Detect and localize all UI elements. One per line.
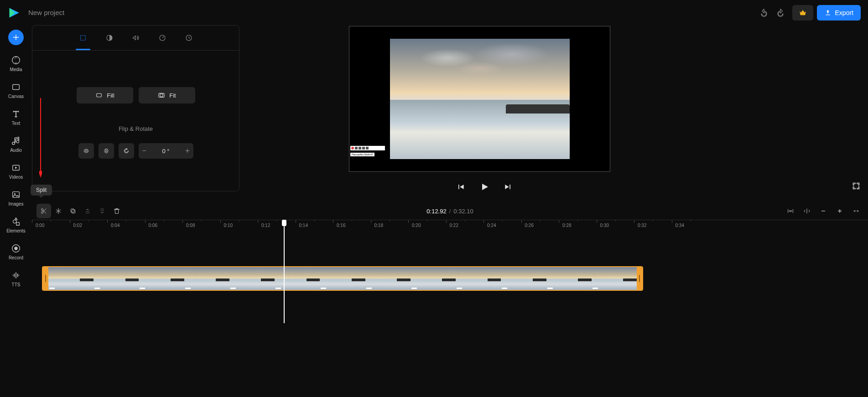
clip-thumbnail (94, 267, 139, 290)
ruler-tick: 0:20 (408, 220, 446, 231)
clip-thumbnail (48, 267, 94, 290)
fit-timeline-button[interactable] (783, 204, 798, 218)
zoom-out-button[interactable] (816, 204, 831, 218)
collapse-button[interactable] (849, 204, 863, 218)
ruler-tick: 0:28 (559, 220, 597, 231)
premium-button[interactable] (792, 5, 813, 21)
ruler-tick: 0:14 (296, 220, 333, 231)
freeze-tool[interactable] (51, 204, 66, 218)
angle-input[interactable]: − 0 ° + (139, 143, 193, 159)
top-bar: New project Export (0, 0, 868, 25)
layer-up-tool (80, 204, 95, 218)
next-button[interactable] (504, 182, 513, 191)
sidebar-item-media[interactable]: Media (10, 55, 22, 72)
tab-transform[interactable] (78, 33, 88, 42)
clip-thumbnail (592, 267, 637, 290)
ruler-tick: 0:24 (483, 220, 521, 231)
split-tool[interactable] (36, 204, 51, 218)
sidebar-item-audio[interactable]: Audio (10, 136, 22, 153)
total-time: 0:32.10 (453, 208, 473, 215)
layer-down-tool (95, 204, 109, 218)
fit-label: Fit (169, 92, 176, 99)
ruler-tick: 0:26 (521, 220, 559, 231)
sidebar-label: TTS (12, 282, 21, 287)
split-tooltip: Split (31, 185, 52, 196)
time-display: 0:12.92 / 0:32.10 (426, 208, 473, 215)
sidebar-label: Media (10, 67, 22, 72)
fill-label: Fill (107, 92, 114, 99)
current-time: 0:12.92 (426, 208, 446, 215)
ruler-tick: 0:04 (107, 220, 145, 231)
sidebar-item-elements[interactable]: Elements (6, 217, 26, 233)
video-clip[interactable] (42, 266, 643, 291)
tab-time[interactable] (184, 33, 193, 42)
video-preview[interactable] (349, 26, 610, 172)
sidebar-label: Images (9, 201, 24, 206)
svg-point-6 (14, 247, 17, 250)
clip-thumbnail (365, 267, 411, 290)
sidebar-item-record[interactable]: Record (9, 243, 23, 260)
timeline-toolbar: 0:12.92 / 0:32.10 (32, 202, 868, 220)
recorder-hint: PauseAlt+Shift+P (350, 153, 374, 156)
tab-audio[interactable] (131, 33, 140, 42)
ruler-tick: 0:18 (371, 220, 409, 231)
duplicate-tool[interactable] (66, 204, 80, 218)
playhead[interactable] (284, 221, 285, 323)
clip-thumbnail (546, 267, 592, 290)
sidebar-item-canvas[interactable]: Canvas (8, 82, 24, 99)
sidebar-label: Videos (9, 175, 23, 180)
ruler-tick: 0:12 (258, 220, 296, 231)
zoom-in-button[interactable] (832, 204, 847, 218)
flip-vertical-button[interactable] (99, 143, 114, 159)
sidebar-item-text[interactable]: Text (11, 109, 21, 126)
export-button[interactable]: Export (817, 5, 861, 21)
angle-increase[interactable]: + (185, 147, 189, 155)
time-separator: / (449, 208, 451, 215)
svg-rect-17 (72, 210, 75, 213)
clip-thumbnails (48, 267, 637, 290)
playback-controls (456, 181, 513, 192)
angle-decrease[interactable]: − (142, 147, 146, 155)
ruler-tick: 0:00 (32, 220, 70, 231)
undo-button[interactable] (756, 5, 772, 21)
preview-frame (390, 39, 570, 159)
sidebar-item-images[interactable]: Images (9, 190, 24, 206)
prev-button[interactable] (456, 182, 465, 191)
clip-handle-left[interactable] (43, 267, 48, 290)
properties-panel: Fill Fit Flip & Rotate − 0 ° + (32, 25, 239, 191)
clip-thumbnail (456, 267, 501, 290)
redo-button[interactable] (772, 5, 789, 21)
svg-rect-13 (160, 94, 163, 97)
clip-handle-right[interactable] (637, 267, 642, 290)
svg-rect-3 (13, 192, 20, 198)
timeline-ruler[interactable]: 0:000:020:040:060:080:100:120:140:160:18… (32, 220, 868, 231)
ruler-tick: 0:22 (446, 220, 484, 231)
ruler-tick: 0:30 (597, 220, 634, 231)
sidebar-item-tts[interactable]: TTS (11, 270, 21, 287)
svg-rect-1 (13, 85, 20, 90)
clip-thumbnail (501, 267, 546, 290)
left-sidebar: Media Canvas Text Audio Videos Images El… (0, 25, 32, 397)
play-button[interactable] (479, 181, 490, 192)
flip-horizontal-button[interactable] (78, 143, 94, 159)
project-title[interactable]: New project (28, 9, 64, 16)
recorder-toolbar[interactable] (350, 146, 385, 150)
clip-thumbnail (411, 267, 456, 290)
ruler-tick: 0:10 (220, 220, 258, 231)
ruler-tick: 0:02 (70, 220, 108, 231)
panel-tabs (32, 26, 239, 51)
add-media-button[interactable] (8, 30, 24, 45)
delete-tool[interactable] (109, 204, 124, 218)
sidebar-item-videos[interactable]: Videos (9, 163, 23, 180)
clip-thumbnail (184, 267, 229, 290)
export-label: Export (835, 9, 853, 16)
tab-speed[interactable] (158, 33, 167, 42)
tab-color[interactable] (105, 33, 114, 42)
sidebar-label: Record (9, 255, 23, 260)
fill-button[interactable]: Fill (77, 87, 133, 103)
rotate-button[interactable] (119, 143, 134, 159)
ruler-tick: 0:34 (672, 220, 710, 231)
fullscreen-button[interactable] (852, 181, 861, 191)
split-view-button[interactable] (800, 204, 814, 218)
fit-button[interactable]: Fit (139, 87, 195, 103)
